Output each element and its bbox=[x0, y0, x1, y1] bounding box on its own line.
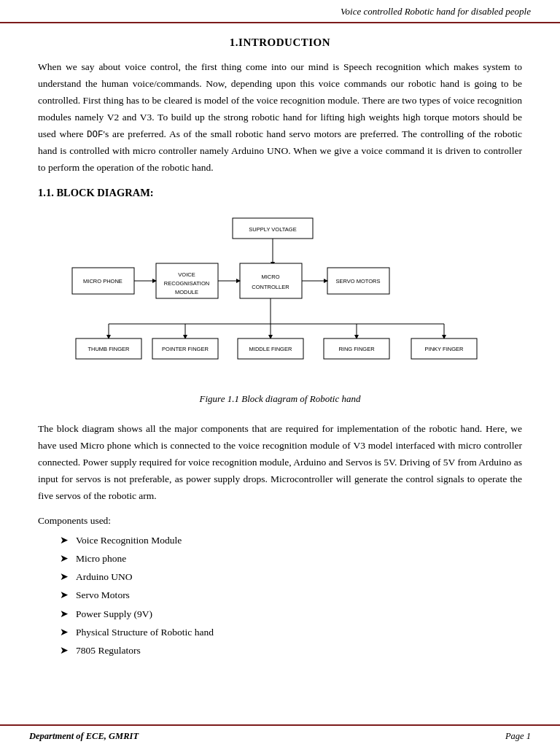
block-diagram: SUPPLY VOLTAGE MICRO PHONE VOICE RECOGNI… bbox=[65, 211, 495, 389]
voice-recognition-label3: MODULE bbox=[175, 289, 198, 295]
bullet-arrow-2: ➤ bbox=[60, 549, 69, 568]
page-footer: Department of ECE, GMRIT Page 1 bbox=[0, 724, 560, 747]
page-content: 1.INTRODUCTION When we say about voice c… bbox=[0, 23, 560, 724]
block-diagram-description: The block diagram shows all the major co… bbox=[38, 421, 522, 505]
page-container: Voice controlled Robotic hand for disabl… bbox=[0, 0, 560, 747]
bullet-arrow-3: ➤ bbox=[60, 568, 69, 586]
list-item: ➤Physical Structure of Robotic hand bbox=[60, 623, 522, 641]
component-1: Voice Recognition Module bbox=[76, 532, 182, 549]
bullet-arrow-4: ➤ bbox=[60, 586, 69, 604]
supply-voltage-label: SUPPLY VOLTAGE bbox=[249, 226, 296, 233]
bullet-arrow-1: ➤ bbox=[60, 531, 69, 549]
thumb-finger-label: THUMB FINGER bbox=[88, 346, 130, 352]
svg-rect-5 bbox=[240, 263, 302, 298]
diagram-svg: SUPPLY VOLTAGE MICRO PHONE VOICE RECOGNI… bbox=[65, 211, 495, 386]
pinky-finger-label: PINKY FINGER bbox=[425, 346, 464, 352]
component-3: Arduino UNO bbox=[76, 568, 133, 586]
ring-finger-label: RING FINGER bbox=[338, 346, 375, 352]
footer-left: Department of ECE, GMRIT bbox=[29, 731, 139, 742]
list-item: ➤Arduino UNO bbox=[60, 568, 522, 586]
component-6: Physical Structure of Robotic hand bbox=[76, 624, 214, 641]
list-item: ➤7805 Regulators bbox=[60, 641, 522, 659]
list-item: ➤Servo Motors bbox=[60, 586, 522, 604]
components-label: Components used: bbox=[38, 515, 522, 527]
bullet-arrow-7: ➤ bbox=[60, 641, 69, 659]
component-4: Servo Motors bbox=[76, 587, 130, 604]
section-1-title: 1.INTRODUCTION bbox=[38, 36, 522, 49]
middle-finger-label: MIDDLE FINGER bbox=[249, 346, 292, 352]
micro-controller-label1: MICRO bbox=[262, 274, 280, 280]
bullet-arrow-6: ➤ bbox=[60, 623, 69, 641]
diagram-caption: Figure 1.1 Block diagram of Robotic hand bbox=[200, 393, 361, 405]
list-item: ➤Micro phone bbox=[60, 549, 522, 568]
list-item: ➤Power Supply (9V) bbox=[60, 605, 522, 623]
bullet-arrow-5: ➤ bbox=[60, 605, 69, 623]
voice-recognition-label2: RECOGNISATION bbox=[164, 280, 209, 287]
subsection-1-1-title: 1.1. BLOCK DIAGRAM: bbox=[38, 187, 522, 199]
component-2: Micro phone bbox=[76, 550, 126, 568]
component-5: Power Supply (9V) bbox=[76, 605, 152, 623]
component-7: 7805 Regulators bbox=[76, 642, 141, 659]
header-title: Voice controlled Robotic hand for disabl… bbox=[341, 6, 531, 17]
micro-controller-label2: CONTROLLER bbox=[252, 284, 289, 290]
dof-text: DOF bbox=[87, 130, 104, 140]
micro-phone-label: MICRO PHONE bbox=[83, 278, 122, 285]
voice-recognition-label1: VOICE bbox=[178, 271, 195, 278]
pointer-finger-label: POINTER FINGER bbox=[162, 346, 209, 352]
components-list: ➤Voice Recognition Module ➤Micro phone ➤… bbox=[38, 531, 522, 660]
list-item: ➤Voice Recognition Module bbox=[60, 531, 522, 549]
intro-body-text: When we say about voice control, the fir… bbox=[38, 59, 522, 177]
block-diagram-container: SUPPLY VOLTAGE MICRO PHONE VOICE RECOGNI… bbox=[38, 211, 522, 415]
servo-motors-label: SERVO MOTORS bbox=[336, 278, 381, 285]
footer-right: Page 1 bbox=[505, 731, 531, 742]
page-header: Voice controlled Robotic hand for disabl… bbox=[0, 0, 560, 23]
